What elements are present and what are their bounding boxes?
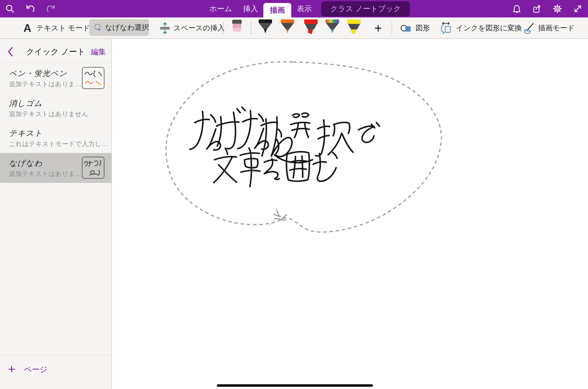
sidebar-header: クイック ノート 編集 (0, 39, 111, 63)
insert-space-label: スペースの挿入 (173, 23, 225, 33)
tab-draw[interactable]: 描画 (263, 3, 291, 17)
orange-pen-tool[interactable] (281, 19, 294, 33)
ink-to-shape-icon[interactable] (439, 21, 452, 35)
tab-class-notebook[interactable]: クラス ノートブック (321, 1, 410, 16)
page-title: テキスト (9, 128, 43, 139)
page-list-item-lasso[interactable]: なげなわ 追加テキストはありま… (0, 153, 111, 183)
draw-mode-icon[interactable] (522, 22, 536, 34)
ribbon-divider (251, 22, 251, 34)
tab-draw-label: 描画 (270, 5, 285, 15)
onenote-app: ホーム 挿入 描画 表示 クラス ノートブック (0, 0, 588, 389)
tab-view-label: 表示 (297, 4, 312, 14)
insert-space-icon[interactable] (159, 22, 171, 34)
shapes-label: 図形 (416, 23, 430, 33)
fullscreen-expand-icon[interactable] (573, 4, 583, 14)
add-page-label: ページ (24, 364, 47, 375)
note-drawing-canvas[interactable] (112, 39, 588, 389)
insert-space-button[interactable]: スペースの挿入 (173, 17, 225, 39)
ribbon-divider (223, 22, 224, 34)
page-title: なげなわ (9, 158, 43, 168)
page-title: ペン・蛍光ペン (9, 68, 67, 79)
shapes-icon[interactable] (400, 23, 413, 33)
ink-to-shape-label: インクを図形に変換 (456, 23, 522, 33)
lasso-select-button[interactable]: なげなわ選択 (89, 19, 149, 36)
eraser-cap (232, 20, 242, 24)
shapes-button[interactable]: 図形 (416, 17, 430, 39)
text-mode-icon: A (23, 17, 31, 39)
add-pen-button[interactable]: + (371, 17, 386, 39)
tab-view[interactable]: 表示 (291, 0, 317, 17)
draw-ribbon: A テキスト モード なげなわ選択 スペースの挿入 (0, 17, 588, 39)
lasso-select-label: なげなわ選択 (105, 23, 149, 33)
eraser-body (233, 24, 241, 32)
plus-icon: + (8, 362, 15, 376)
page-subtitle: 追加テキストはありま… (9, 80, 81, 88)
text-mode-button[interactable]: テキスト モード (36, 17, 90, 39)
yellow-highlighter-tool[interactable] (347, 19, 361, 33)
tab-insert[interactable]: 挿入 (237, 0, 263, 17)
settings-gear-icon[interactable] (552, 4, 562, 14)
page-thumbnail (82, 157, 104, 179)
page-title: 消しゴム (9, 98, 42, 109)
page-subtitle: 追加テキストはありません (9, 110, 88, 118)
home-indicator-bar[interactable] (217, 384, 373, 387)
edit-button[interactable]: 編集 (91, 47, 106, 57)
eraser-tool[interactable] (232, 20, 242, 32)
tab-home-label: ホーム (209, 4, 232, 14)
ribbon-tabs: ホーム 挿入 描画 表示 クラス ノートブック (204, 0, 410, 17)
draw-mode-button[interactable]: 描画モード (538, 17, 575, 39)
lasso-icon (93, 22, 102, 33)
draw-mode-label: 描画モード (538, 23, 575, 33)
page-list-sidebar: クイック ノート 編集 ペン・蛍光ペン 追加テキストはありま… (0, 39, 112, 389)
plus-icon: + (374, 21, 382, 36)
page-list-item-eraser[interactable]: 消しゴム 追加テキストはありません (0, 93, 111, 123)
tab-insert-label: 挿入 (243, 4, 258, 14)
page-subtitle: 追加テキストはありま… (9, 169, 81, 178)
add-page-button[interactable]: + ページ (0, 355, 111, 383)
undo-icon[interactable] (25, 4, 35, 14)
share-icon[interactable] (532, 4, 542, 14)
page-list-item-text[interactable]: テキスト これはテキストモードで入力し… (0, 123, 111, 153)
tab-home[interactable]: ホーム (204, 0, 237, 17)
ribbon-divider (392, 22, 392, 34)
notifications-bell-icon[interactable] (512, 4, 522, 14)
page-thumbnail (82, 67, 104, 89)
text-mode-label: テキスト モード (36, 23, 90, 33)
black-pen-tool[interactable] (259, 19, 272, 33)
tab-class-notebook-label: クラス ノートブック (330, 4, 401, 14)
top-app-bar: ホーム 挿入 描画 表示 クラス ノートブック (0, 0, 588, 17)
redo-icon[interactable] (46, 4, 56, 14)
page-subtitle: これはテキストモードで入力し… (9, 140, 108, 148)
ink-to-shape-button[interactable]: インクを図形に変換 (456, 17, 522, 39)
search-icon[interactable] (5, 4, 15, 14)
page-list-item-pen-highlighter[interactable]: ペン・蛍光ペン 追加テキストはありま… (0, 63, 111, 93)
rainbow-pen-tool[interactable] (326, 19, 339, 33)
red-highlighter-tool[interactable] (304, 19, 318, 33)
